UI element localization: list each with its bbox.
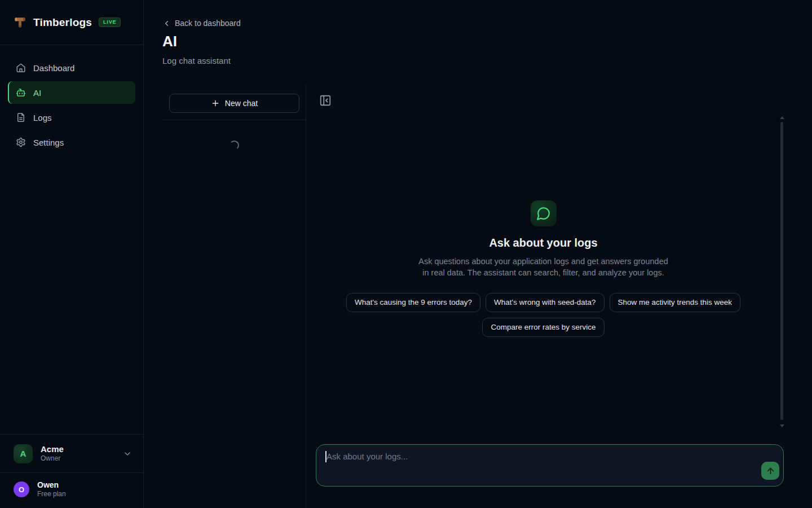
live-badge: LIVE — [99, 17, 121, 27]
arrow-up-icon — [766, 466, 775, 476]
suggestion-seed-data[interactable]: What's wrong with seed-data? — [486, 293, 604, 312]
user-name: Owen — [37, 480, 66, 491]
home-icon — [16, 63, 26, 73]
page-title: AI — [162, 33, 177, 50]
send-button[interactable] — [761, 462, 779, 480]
org-switcher[interactable]: A Acme Owner — [0, 434, 143, 472]
sidebar-item-logs[interactable]: Logs — [8, 106, 135, 129]
sidebar: Timberlogs LIVE Dashboard AI Logs Sett — [0, 0, 144, 508]
sidebar-item-settings[interactable]: Settings — [8, 131, 135, 154]
sidebar-footer: A Acme Owner O Owen Free plan — [0, 434, 143, 508]
org-avatar: A — [14, 444, 33, 463]
chat-bubble-icon — [531, 200, 557, 226]
scrollbar-thumb[interactable] — [780, 122, 783, 420]
plus-icon — [211, 99, 220, 108]
empty-state-title: Ask about your logs — [489, 237, 597, 249]
file-text-icon — [16, 112, 26, 122]
app-title: Timberlogs — [33, 16, 92, 29]
timberlogs-logo-icon — [14, 16, 27, 29]
panel-divider — [162, 120, 306, 120]
panel-left-close-icon — [319, 94, 333, 107]
sidebar-item-dashboard[interactable]: Dashboard — [8, 56, 135, 79]
page-subtitle: Log chat assistant — [162, 56, 231, 65]
chat-composer — [316, 444, 784, 487]
chat-list-panel: New chat — [162, 85, 306, 508]
sidebar-item-label: Logs — [33, 113, 52, 122]
collapse-panel-button[interactable] — [319, 94, 333, 107]
chevron-down-icon — [123, 449, 132, 458]
suggestion-buttons: What's causing the 9 errors today? What'… — [341, 293, 747, 337]
chevron-left-icon — [162, 19, 171, 28]
org-name: Acme — [41, 444, 115, 455]
bot-icon — [16, 87, 26, 98]
chat-input[interactable] — [316, 445, 783, 486]
new-chat-button[interactable]: New chat — [169, 94, 299, 113]
gear-icon — [16, 137, 26, 147]
empty-state-description: Ask questions about your application log… — [417, 256, 670, 279]
sidebar-item-label: Settings — [33, 138, 64, 147]
scrollbar-up-arrow[interactable] — [780, 116, 784, 119]
scrollbar-down-arrow[interactable] — [780, 424, 784, 427]
sidebar-item-label: Dashboard — [33, 63, 74, 73]
suggestion-activity-trends[interactable]: Show me activity trends this week — [610, 293, 741, 312]
chat-empty-state: Ask about your logs Ask questions about … — [306, 200, 780, 337]
sidebar-item-ai[interactable]: AI — [8, 81, 135, 104]
user-plan: Free plan — [37, 490, 66, 499]
user-menu[interactable]: O Owen Free plan — [0, 472, 143, 508]
text-cursor — [325, 451, 326, 462]
suggestion-errors-today[interactable]: What's causing the 9 errors today? — [346, 293, 480, 312]
user-avatar: O — [14, 481, 29, 497]
suggestion-error-rates[interactable]: Compare error rates by service — [482, 318, 604, 337]
sidebar-nav: Dashboard AI Logs Settings — [0, 56, 143, 154]
sidebar-item-label: AI — [33, 88, 41, 98]
org-role: Owner — [41, 454, 115, 463]
back-to-dashboard-link[interactable]: Back to dashboard — [162, 19, 241, 28]
loading-spinner — [230, 141, 239, 150]
sidebar-header: Timberlogs LIVE — [0, 0, 143, 45]
